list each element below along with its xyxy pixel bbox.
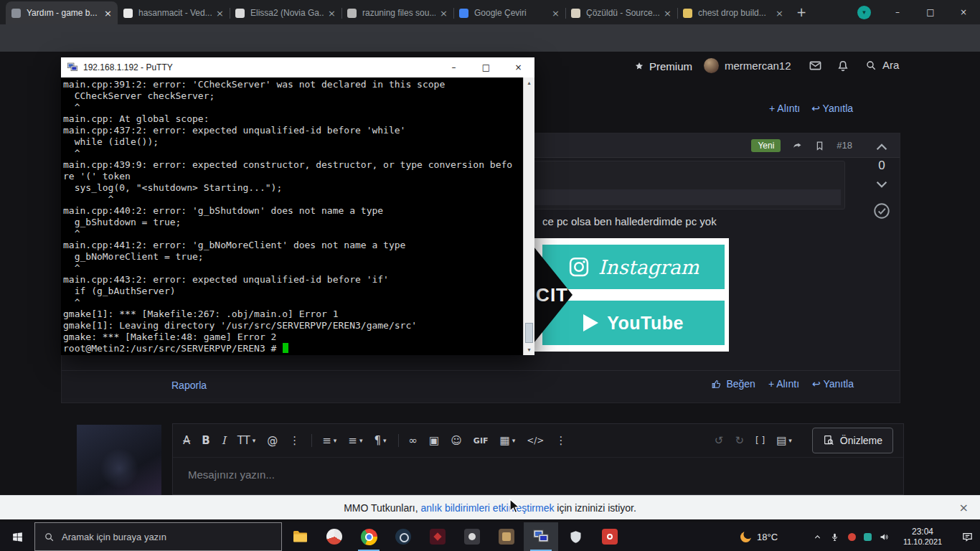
scroll-up-button[interactable]: ▴ xyxy=(524,77,534,88)
browser-tab[interactable]: razuning files sou...× xyxy=(341,1,453,24)
reply-link[interactable]: ↩ Yanıtla xyxy=(811,103,853,114)
report-link[interactable]: Raporla xyxy=(171,380,207,391)
tab-search-button[interactable]: ▾ xyxy=(857,6,871,19)
insert-image-button[interactable]: ▣ xyxy=(429,434,439,447)
share-button[interactable] xyxy=(792,139,803,152)
solution-button[interactable] xyxy=(872,202,891,220)
browser-tab[interactable]: Elissa2 (Novia Ga...× xyxy=(230,1,341,24)
putty-minimize-button[interactable]: – xyxy=(438,57,470,77)
mention-button[interactable]: @ xyxy=(267,434,278,447)
insert-media-button[interactable]: ▦▾ xyxy=(500,434,516,447)
tab-close-button[interactable]: × xyxy=(328,8,336,19)
search-button[interactable]: Ara xyxy=(865,59,899,71)
taskbar-app5-button[interactable] xyxy=(420,522,455,551)
taskbar-chrome-button[interactable] xyxy=(352,522,386,551)
tray-teal-app-icon[interactable] xyxy=(859,522,875,551)
taskbar-app4-button[interactable] xyxy=(386,522,420,551)
align-button[interactable]: ≡▾ xyxy=(348,434,362,447)
tray-mic-icon[interactable] xyxy=(826,522,842,551)
tray-overflow-button[interactable] xyxy=(809,522,825,551)
redo-button[interactable]: ↻ xyxy=(735,434,744,447)
upvote-button[interactable] xyxy=(874,139,890,155)
tab-title: Yardım - game b... xyxy=(27,8,100,18)
alerts-button[interactable] xyxy=(837,59,849,72)
chevron-up-icon xyxy=(814,533,821,541)
browser-tab[interactable]: hasanmacit - Ved...× xyxy=(118,1,230,24)
user-avatar[interactable] xyxy=(704,58,719,73)
tab-close-button[interactable]: × xyxy=(440,8,448,19)
notification-link[interactable]: anlık bildirimleri etkinleştirmek xyxy=(421,502,555,514)
editor-more-button[interactable]: ⋮ xyxy=(289,434,300,447)
tab-close-button[interactable]: × xyxy=(664,8,672,19)
drafts-button[interactable]: ▤▾ xyxy=(776,434,792,447)
tab-close-button[interactable]: × xyxy=(216,8,224,19)
putty-title-text: 192.168.1.192 - PuTTY xyxy=(83,62,173,72)
tray-volume-button[interactable] xyxy=(875,522,892,551)
taskbar-app10-button[interactable] xyxy=(593,522,627,551)
paragraph-button[interactable]: ¶▾ xyxy=(374,434,386,447)
reply-link-bottom[interactable]: ↩ Yanıtla xyxy=(812,378,854,390)
browser-tab[interactable]: chest drop build...× xyxy=(677,1,789,24)
username-link[interactable]: mermercan12 xyxy=(725,60,791,72)
banner-youtube-row: YouTube xyxy=(542,301,725,345)
tab-close-button[interactable]: × xyxy=(552,8,560,19)
quote-link[interactable]: + Alıntı xyxy=(769,103,800,114)
list-button[interactable]: ≡▾ xyxy=(322,434,336,447)
putty-maximize-button[interactable]: □ xyxy=(470,57,502,77)
thread-actions: + Alıntı ↩ Yanıtla xyxy=(769,103,853,114)
downvote-button[interactable] xyxy=(874,176,890,192)
instagram-wordmark: Instagram xyxy=(598,256,699,278)
messages-button[interactable] xyxy=(809,59,822,72)
italic-button[interactable]: I xyxy=(222,434,226,447)
quote-link-bottom[interactable]: + Alıntı xyxy=(768,378,799,390)
preview-button[interactable]: Önizleme xyxy=(812,428,893,453)
post-number-link[interactable]: #18 xyxy=(837,140,852,151)
taskbar-weather[interactable]: 18°C xyxy=(740,522,778,551)
taskbar-search-box[interactable]: Aramak için buraya yazın xyxy=(34,522,282,551)
tray-red-status-icon[interactable] xyxy=(844,522,859,551)
bold-button[interactable]: B xyxy=(202,434,209,447)
gif-button[interactable]: GIF xyxy=(473,436,489,446)
terminal-output[interactable]: main.cpp:391:2: error: 'CCheckServer' wa… xyxy=(61,77,534,354)
code-button[interactable]: </> xyxy=(527,435,544,446)
action-center-button[interactable] xyxy=(954,522,980,551)
tab-close-button[interactable]: × xyxy=(776,8,783,19)
putty-close-button[interactable]: × xyxy=(502,57,534,77)
mouse-cursor xyxy=(509,499,521,514)
taskbar-app2-button[interactable] xyxy=(317,522,352,551)
notification-close-button[interactable]: × xyxy=(959,501,969,514)
browser-tab[interactable]: Yardım - game b...× xyxy=(6,1,118,24)
message-input[interactable]: Mesajınızı yazın... xyxy=(188,468,275,481)
bookmark-button[interactable] xyxy=(814,139,825,152)
brackets-button[interactable]: [ ] xyxy=(755,435,765,446)
putty-terminal[interactable]: main.cpp:391:2: error: 'CCheckServer' wa… xyxy=(61,77,534,355)
browser-tab[interactable]: Google Çeviri× xyxy=(453,1,565,24)
smiley-button[interactable]: ☺ xyxy=(451,434,462,447)
window-minimize-button[interactable]: – xyxy=(881,0,914,24)
scrollbar-thumb[interactable] xyxy=(525,323,533,343)
like-button[interactable]: Beğen xyxy=(711,378,755,390)
window-close-button[interactable]: × xyxy=(947,0,980,24)
premium-button[interactable]: Premium xyxy=(634,56,692,76)
editor-more2-button[interactable]: ⋮ xyxy=(555,434,566,447)
window-maximize-button[interactable]: □ xyxy=(914,0,947,24)
scroll-down-button[interactable]: ▾ xyxy=(524,344,534,355)
taskbar-app6-button[interactable] xyxy=(455,522,489,551)
reply-arrow-icon: ↩ xyxy=(811,103,820,114)
putty-titlebar[interactable]: 192.168.1.192 - PuTTY – □ × xyxy=(61,57,534,77)
remove-format-button[interactable]: A xyxy=(183,434,190,447)
chevron-down-icon: ▾ xyxy=(788,437,792,444)
taskbar-app7-button[interactable] xyxy=(489,522,524,551)
terminal-scrollbar[interactable]: ▴ ▾ xyxy=(523,77,534,355)
undo-button[interactable]: ↺ xyxy=(715,434,724,447)
browser-tab[interactable]: Çözüldü - Source...× xyxy=(565,1,677,24)
taskbar-explorer-button[interactable] xyxy=(283,522,317,551)
new-tab-button[interactable]: + xyxy=(793,5,809,21)
taskbar-security-button[interactable] xyxy=(558,522,593,551)
start-button[interactable] xyxy=(0,522,34,551)
taskbar-clock[interactable]: 23:04 11.10.2021 xyxy=(895,522,950,551)
font-size-button[interactable]: TT▾ xyxy=(237,434,256,447)
insert-link-button[interactable]: ∞ xyxy=(409,434,418,447)
taskbar-putty-button[interactable] xyxy=(524,522,558,551)
tab-close-button[interactable]: × xyxy=(104,8,112,19)
